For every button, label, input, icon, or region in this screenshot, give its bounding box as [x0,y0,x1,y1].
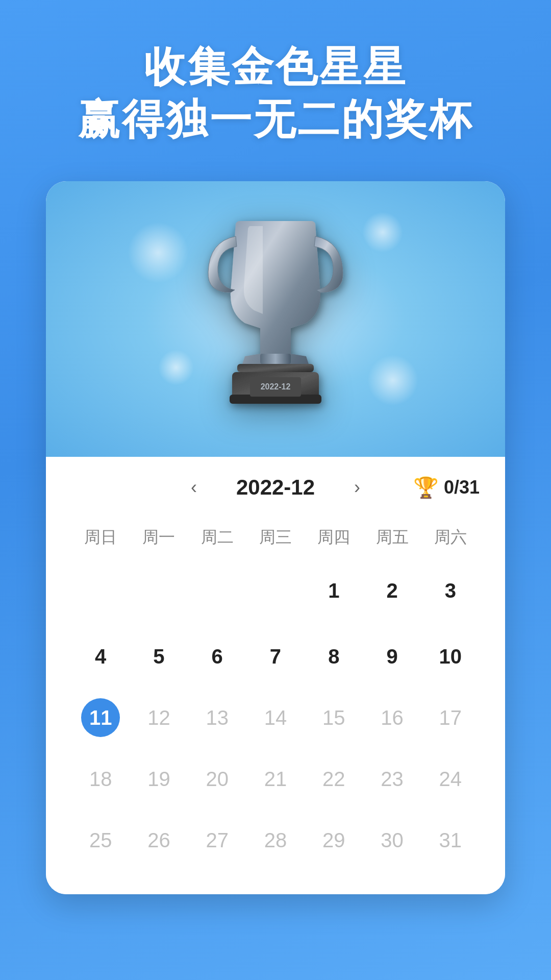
calendar-day[interactable]: 27 [188,812,246,869]
calendar-day [246,562,305,624]
month-title: 2022-12 [209,475,342,500]
trophy-icon: 2022-12 [194,211,357,425]
calendar-day[interactable]: 9 [363,628,421,685]
calendar-day[interactable]: 13 [188,689,246,746]
calendar-day[interactable]: 3 [421,562,480,624]
calendar-nav: ‹ 2022-12 › 🏆 0/31 [71,472,480,503]
glow-decoration-2 [362,212,403,253]
calendar-day[interactable]: 5 [130,628,188,685]
calendar-day[interactable]: 14 [246,689,305,746]
calendar-day [71,562,130,624]
calendar-day[interactable]: 12 [130,689,188,746]
hero-line2: 赢得独一无二的奖杯 [78,93,473,146]
calendar-day[interactable]: 15 [305,689,363,746]
hero-line1: 收集金色星星 [78,41,473,93]
calendar-day[interactable]: 20 [188,750,246,807]
calendar-day [188,562,246,624]
calendar-day[interactable]: 8 [305,628,363,685]
calendar-day[interactable]: 4 [71,628,130,685]
weekday-label: 周五 [363,518,421,557]
svg-rect-1 [237,364,314,372]
weekday-row: 周日周一周二周三周四周五周六 [71,518,480,557]
calendar-day[interactable]: 29 [305,812,363,869]
glow-decoration-3 [367,355,418,406]
glow-decoration-4 [158,350,194,385]
trophy-area: 2022-12 [46,181,505,457]
calendar-day[interactable]: 10 [421,628,480,685]
weekday-label: 周四 [305,518,363,557]
calendar-day[interactable]: 7 [246,628,305,685]
calendar-day[interactable]: 24 [421,750,480,807]
calendar-section: ‹ 2022-12 › 🏆 0/31 周日周一周二周三周四周五周六 123456… [46,457,505,894]
calendar-day[interactable]: 6 [188,628,246,685]
weekday-label: 周三 [246,518,305,557]
weekday-label: 周二 [188,518,246,557]
calendar-day[interactable]: 19 [130,750,188,807]
prev-month-button[interactable]: ‹ [179,472,209,503]
weekday-label: 周日 [71,518,130,557]
main-card: 2022-12 ‹ 2022-12 › 🏆 0/31 周日周一周二周三周四周五周… [46,181,505,894]
calendar-day[interactable]: 17 [421,689,480,746]
calendar-day[interactable]: 16 [363,689,421,746]
trophy-container: 2022-12 [194,211,357,427]
calendar-day[interactable]: 18 [71,750,130,807]
glow-decoration-1 [128,222,189,283]
weekday-label: 周一 [130,518,188,557]
calendar-grid: 1234567891011121314151617181920212223242… [71,562,480,869]
calendar-day[interactable]: 26 [130,812,188,869]
trophy-count: 🏆 0/31 [413,476,480,500]
calendar-day[interactable]: 22 [305,750,363,807]
calendar-day[interactable]: 1 [305,562,363,624]
calendar-day[interactable]: 28 [246,812,305,869]
next-month-button[interactable]: › [342,472,372,503]
trophy-mini-icon: 🏆 [413,476,439,500]
hero-title: 收集金色星星 赢得独一无二的奖杯 [47,41,504,145]
calendar-day[interactable]: 31 [421,812,480,869]
calendar-day[interactable]: 23 [363,750,421,807]
calendar-day [130,562,188,624]
calendar-day[interactable]: 11 [71,689,130,746]
trophy-count-label: 0/31 [444,477,480,498]
calendar-day[interactable]: 21 [246,750,305,807]
svg-rect-0 [260,354,291,364]
calendar-day[interactable]: 30 [363,812,421,869]
calendar-day[interactable]: 25 [71,812,130,869]
weekday-label: 周六 [421,518,480,557]
calendar-day[interactable]: 2 [363,562,421,624]
svg-text:2022-12: 2022-12 [261,382,291,391]
